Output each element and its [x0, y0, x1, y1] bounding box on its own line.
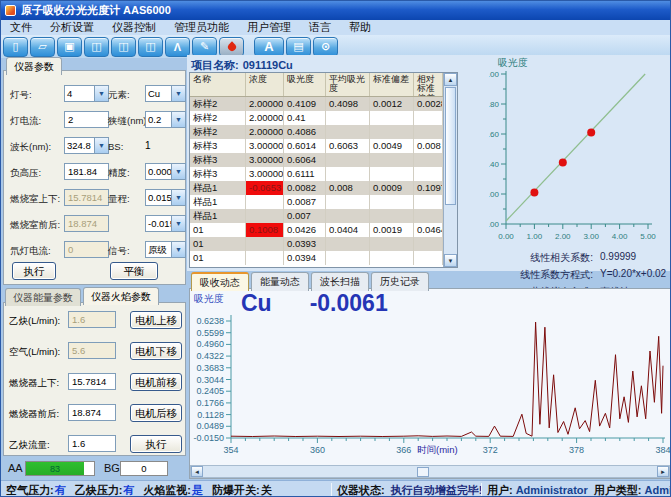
scroll-right-icon[interactable]: ►	[657, 466, 669, 477]
high-voltage-input[interactable]: 181.84	[64, 163, 109, 180]
menu-item-1[interactable]: 分析设置	[41, 20, 103, 35]
table-row[interactable]: 标样33.000000.6064	[190, 153, 443, 167]
acetylene-flow-input[interactable]: 1.6	[68, 435, 116, 452]
burner-frontback-input[interactable]: 18.874	[68, 404, 116, 421]
table-row[interactable]: 010.10080.04260.04040.00190.0464	[190, 223, 443, 237]
cell-r3c4: 0.0049	[370, 139, 414, 153]
svg-text:0.1766: 0.1766	[196, 398, 224, 408]
lamp-icon[interactable]: ▤	[286, 37, 311, 57]
cell-r2c0: 标样2	[190, 125, 246, 139]
range-low-select[interactable]: -0.0150▼	[145, 215, 186, 232]
flame-toggle-icon[interactable]	[219, 37, 244, 57]
tab-energy-params[interactable]: 仪器能量参数	[5, 288, 81, 306]
flame-row-3: 燃烧器前后:18.874电机后移	[4, 404, 185, 424]
svg-text:5.00: 5.00	[640, 232, 656, 241]
burner-updown-button[interactable]: 电机前移	[130, 373, 182, 391]
menu-item-6[interactable]: 帮助	[340, 20, 380, 35]
bs-label: BS:	[108, 141, 123, 152]
tab-dynamics-3[interactable]: 历史记录	[371, 272, 429, 291]
cell-r10c5	[414, 237, 443, 251]
air-button[interactable]: 电机下移	[130, 342, 182, 360]
instrument-row-3: 负高压:181.84精度:0.0000▼	[4, 163, 185, 183]
new-file-icon[interactable]: ▯	[3, 37, 28, 57]
tab-dynamics-2[interactable]: 波长扫描	[311, 272, 369, 291]
status-pair-1: 乙炔压力:有	[75, 483, 135, 497]
column-header-3[interactable]: 平均吸光度	[326, 73, 370, 96]
open-file-icon[interactable]: ▱	[30, 37, 55, 57]
table-row[interactable]: 标样22.000000.41	[190, 111, 443, 125]
cell-r4c5	[414, 153, 443, 167]
lamp-number-select[interactable]: 4▼	[64, 85, 109, 102]
percent-meter-icon[interactable]: ◫	[138, 37, 163, 57]
lamp-current-input[interactable]: 2	[64, 111, 109, 128]
gain-meter-icon[interactable]: ◫	[111, 37, 136, 57]
acetylene-button[interactable]: 电机上移	[130, 311, 182, 329]
column-header-1[interactable]: 浓度	[246, 73, 284, 96]
results-table: 名称浓度吸光度平均吸光度标准偏差相对标准偏差标样22.000000.41090.…	[189, 72, 458, 268]
status-pair-3: 防爆开关:关	[212, 483, 272, 497]
cell-r3c2: 0.6014	[284, 139, 326, 153]
energy-meter-icon[interactable]: ◫	[84, 37, 109, 57]
trace-horizontal-scrollbar[interactable]: ◄ ►	[190, 465, 670, 478]
peak-profile-icon[interactable]: Λ	[165, 37, 190, 57]
precision-select[interactable]: 0.0000▼	[145, 163, 186, 180]
tab-instrument-params[interactable]: 仪器参数	[6, 57, 62, 75]
scrollbar-thumb[interactable]	[445, 87, 456, 205]
tab-dynamics-0[interactable]: 吸收动态	[191, 272, 249, 291]
save-file-icon[interactable]: ▣	[57, 37, 82, 57]
column-header-5[interactable]: 相对标准偏差	[414, 73, 443, 96]
scroll-down-icon[interactable]: ▼	[444, 254, 457, 267]
cell-r4c0: 标样3	[190, 153, 246, 167]
table-row[interactable]: 样品1-0.06530.00820.0080.00090.1097	[190, 181, 443, 195]
burner-horizontal-label: 燃烧室前后:	[10, 219, 60, 232]
scroll-left-icon[interactable]: ◄	[191, 466, 203, 477]
power-icon[interactable]: ⊙	[313, 37, 338, 57]
slit-select[interactable]: 0.2▼	[145, 111, 186, 128]
acetylene-flow-button[interactable]: 执行	[130, 435, 182, 453]
table-row[interactable]: 样品10.0087	[190, 195, 443, 209]
menu-item-3[interactable]: 管理员功能	[165, 20, 238, 35]
column-header-4[interactable]: 标准偏差	[370, 73, 414, 96]
table-row[interactable]: 标样33.000000.6111	[190, 167, 443, 181]
cell-r5c2: 0.6111	[284, 167, 326, 181]
signal-select[interactable]: 原级▼	[145, 241, 186, 258]
table-row[interactable]: 标样22.000000.4086	[190, 125, 443, 139]
cell-r0c3: 0.4098	[326, 97, 370, 111]
balance-button[interactable]: 平衡	[110, 262, 158, 280]
wavelength-select[interactable]: 324.8▼	[64, 137, 109, 154]
burner-updown-input[interactable]: 15.7814	[68, 373, 116, 390]
tab-flame-params[interactable]: 仪器火焰参数	[83, 287, 159, 305]
table-row[interactable]: 标样33.000000.60140.60630.00490.008	[190, 139, 443, 153]
svg-text:-0.0150: -0.0150	[193, 433, 224, 443]
autozero-icon[interactable]: A	[254, 37, 284, 57]
range-high-select[interactable]: 0.0150▼	[145, 189, 186, 206]
menu-item-4[interactable]: 用户管理	[238, 20, 300, 35]
menu-item-2[interactable]: 仪器控制	[103, 20, 165, 35]
hscrollbar-thumb[interactable]	[417, 467, 429, 477]
tab-dynamics-1[interactable]: 能量动态	[251, 272, 309, 291]
column-header-2[interactable]: 吸光度	[284, 73, 326, 96]
column-header-0[interactable]: 名称	[190, 73, 246, 96]
menu-item-5[interactable]: 语言	[300, 20, 340, 35]
execute-button[interactable]: 执行	[12, 262, 56, 280]
cell-r0c2: 0.4109	[284, 97, 326, 111]
cell-r2c3	[326, 125, 370, 139]
burner-adjust-icon[interactable]: ✎	[192, 37, 217, 57]
table-row[interactable]: 样品10.007	[190, 209, 443, 223]
table-row[interactable]: 标样22.000000.41090.40980.00120.0028	[190, 97, 443, 111]
acetylene-input: 1.6	[68, 311, 116, 328]
burner-frontback-label: 燃烧器前后:	[9, 408, 59, 421]
cell-r4c2: 0.6064	[284, 153, 326, 167]
app-icon	[5, 5, 16, 16]
element-select[interactable]: Cu▼	[145, 85, 186, 102]
menu-item-0[interactable]: 文件	[1, 20, 41, 35]
flame-params-panel: 乙炔(L/min):1.6电机上移空气(L/min):5.6电机下移燃烧器上下:…	[3, 302, 186, 456]
cell-r4c3	[326, 153, 370, 167]
cell-r1c2: 0.41	[284, 111, 326, 125]
table-row[interactable]: 010.0393	[190, 237, 443, 251]
results-table-scrollbar[interactable]: ▲ ▼	[443, 73, 457, 267]
scroll-up-icon[interactable]: ▲	[444, 73, 457, 86]
project-name-label: 项目名称:	[191, 59, 239, 71]
table-row[interactable]: 010.0394	[190, 251, 443, 265]
burner-frontback-button[interactable]: 电机后移	[130, 404, 182, 422]
